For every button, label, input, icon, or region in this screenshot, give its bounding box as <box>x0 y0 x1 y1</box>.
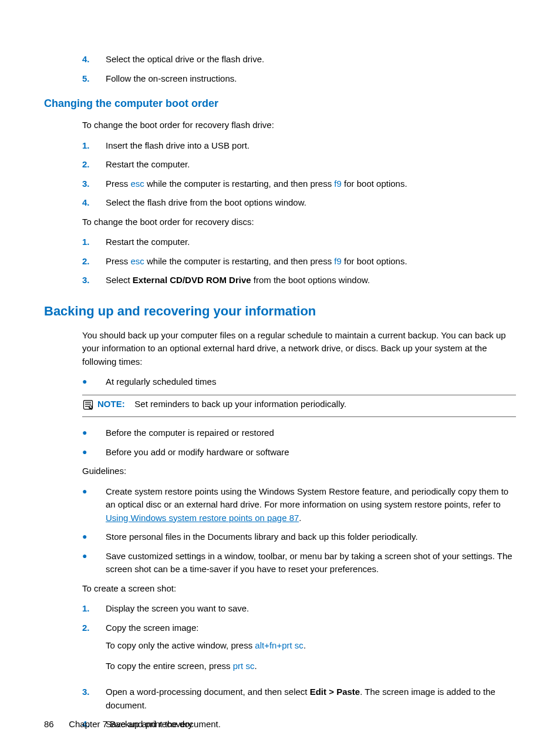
list-item: 4. Select the flash drive from the boot … <box>82 196 516 210</box>
note-callout: NOTE: Set reminders to back up your info… <box>82 395 516 418</box>
list-number: 4. <box>82 53 106 66</box>
list-text: Select External CD/DVD ROM Drive from th… <box>106 274 370 287</box>
list-item: 4. Select the optical drive or the flash… <box>82 53 516 66</box>
list-text: Copy the screen image: <box>106 621 516 635</box>
list-text: Before you add or modify hardware or sof… <box>106 446 289 459</box>
list-item: ● Before you add or modify hardware or s… <box>82 446 516 459</box>
list-item: 2. Copy the screen image: To copy only t… <box>82 621 516 680</box>
list-number: 3. <box>82 177 106 191</box>
list-text: Display the screen you want to save. <box>106 602 249 616</box>
bullet-icon: ● <box>82 426 106 440</box>
chapter-label: Chapter 7 Backup and recovery <box>69 719 193 729</box>
bullet-icon: ● <box>82 446 106 459</box>
note-content: NOTE: Set reminders to back up your info… <box>97 398 346 411</box>
list-number: 4. <box>82 196 106 210</box>
list-item: 1. Restart the computer. <box>82 236 516 249</box>
list-text: Restart the computer. <box>106 236 190 249</box>
bullet-icon: ● <box>82 550 106 576</box>
list-item: 1. Display the screen you want to save. <box>82 602 516 616</box>
list-text: Save customized settings in a window, to… <box>106 550 516 576</box>
paragraph: To create a screen shot: <box>82 582 516 596</box>
list-number: 2. <box>82 158 106 172</box>
ordered-list: 1. Display the screen you want to save. … <box>82 602 516 731</box>
list-text: Restart the computer. <box>106 158 190 172</box>
list-text: Store personal files in the Documents li… <box>106 530 418 544</box>
list-item: 2. Restart the computer. <box>82 158 516 172</box>
bold-text: Edit > Paste <box>310 687 360 697</box>
bullet-icon: ● <box>82 375 106 389</box>
paragraph: To change the boot order for recovery fl… <box>82 119 516 132</box>
list-item: 3. Open a word-processing document, and … <box>82 685 516 712</box>
list-text: Select the flash drive from the boot opt… <box>106 196 306 210</box>
boot-order-block: To change the boot order for recovery fl… <box>82 119 516 287</box>
list-text: At regularly scheduled times <box>106 375 216 389</box>
list-item: ● Store personal files in the Documents … <box>82 530 516 544</box>
paragraph: To change the boot order for recovery di… <box>82 216 516 229</box>
list-text: Select the optical drive or the flash dr… <box>106 53 264 66</box>
document-page: 4. Select the optical drive or the flash… <box>0 0 560 746</box>
key-esc: esc <box>131 179 144 189</box>
cross-ref-link[interactable]: Using Windows system restore points on p… <box>106 513 299 523</box>
page-number: 86 <box>44 718 66 731</box>
ordered-list: 1. Restart the computer. 2. Press esc wh… <box>82 236 516 287</box>
heading-boot-order: Changing the computer boot order <box>44 96 516 112</box>
list-text: Follow the on-screen instructions. <box>106 72 237 86</box>
list-item: ● At regularly scheduled times <box>82 375 516 389</box>
list-item: ● Save customized settings in a window, … <box>82 550 516 576</box>
key-prtsc: prt sc <box>282 640 303 650</box>
list-number: 3. <box>82 685 106 712</box>
list-number: 3. <box>82 274 106 287</box>
sub-paragraph: To copy the entire screen, press prt sc. <box>106 660 516 673</box>
paragraph: Guidelines: <box>82 465 516 478</box>
bold-text: External CD/DVD ROM Drive <box>133 275 251 285</box>
ordered-list: 1. Insert the flash drive into a USB por… <box>82 139 516 210</box>
list-text: Insert the flash drive into a USB port. <box>106 139 249 153</box>
list-text: Before the computer is repaired or resto… <box>106 426 274 440</box>
note-text: Set reminders to back up your informatio… <box>134 399 346 409</box>
heading-backup: Backing up and recovering your informati… <box>44 301 516 321</box>
list-text: Press esc while the computer is restarti… <box>106 177 407 191</box>
list-item: 1. Insert the flash drive into a USB por… <box>82 139 516 153</box>
paragraph: You should back up your computer files o… <box>82 329 516 369</box>
list-item: ● Before the computer is repaired or res… <box>82 426 516 440</box>
list-number: 2. <box>82 621 106 680</box>
page-footer: 86 Chapter 7 Backup and recovery <box>44 718 193 731</box>
list-item: ● Create system restore points using the… <box>82 485 516 525</box>
list-number: 2. <box>82 255 106 268</box>
list-body: Copy the screen image: To copy only the … <box>106 621 516 680</box>
bullet-list: ● Create system restore points using the… <box>82 485 516 576</box>
list-item: 5. Follow the on-screen instructions. <box>82 72 516 86</box>
list-text: Open a word-processing document, and the… <box>106 685 516 712</box>
key-esc: esc <box>131 256 144 266</box>
backup-block: You should back up your computer files o… <box>82 329 516 731</box>
note-label: NOTE: <box>97 399 125 409</box>
list-number: 5. <box>82 72 106 86</box>
bullet-icon: ● <box>82 485 106 525</box>
key-prtsc: prt sc <box>233 661 255 671</box>
key-f9: f9 <box>334 256 342 266</box>
sub-paragraph: To copy only the active window, press al… <box>106 639 516 653</box>
bullet-icon: ● <box>82 530 106 544</box>
note-icon <box>82 399 94 411</box>
list-text: Create system restore points using the W… <box>106 485 516 525</box>
list-number: 1. <box>82 236 106 249</box>
list-item: 3. Press esc while the computer is resta… <box>82 177 516 191</box>
list-number: 1. <box>82 602 106 616</box>
ordered-list: 4. Select the optical drive or the flash… <box>82 53 516 85</box>
bullet-list: ● Before the computer is repaired or res… <box>82 426 516 459</box>
list-item: 3. Select External CD/DVD ROM Drive from… <box>82 274 516 287</box>
list-item: 2. Press esc while the computer is resta… <box>82 255 516 268</box>
bullet-list: ● At regularly scheduled times <box>82 375 516 389</box>
key-fn: fn <box>269 640 277 650</box>
key-f9: f9 <box>334 179 342 189</box>
list-text: Press esc while the computer is restarti… <box>106 255 407 268</box>
key-alt: alt <box>255 640 264 650</box>
top-list-block: 4. Select the optical drive or the flash… <box>82 53 516 85</box>
list-number: 1. <box>82 139 106 153</box>
